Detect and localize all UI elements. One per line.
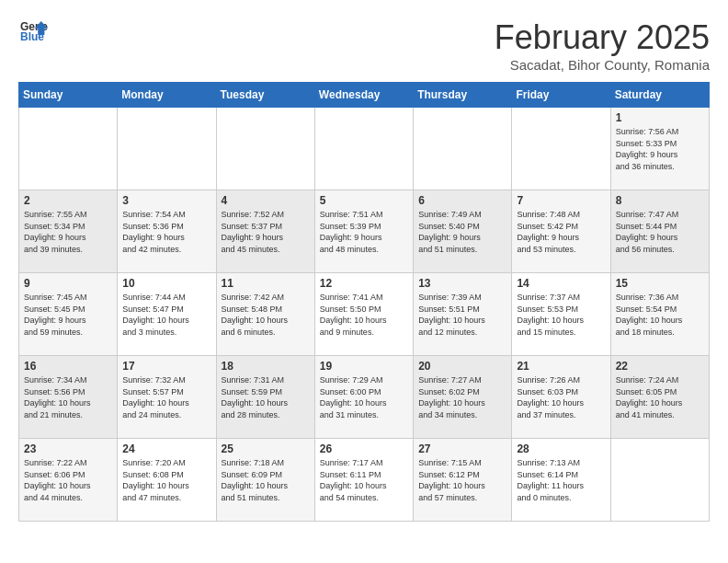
logo: General Blue xyxy=(18,18,48,50)
day-info: Sunrise: 7:15 AM Sunset: 6:12 PM Dayligh… xyxy=(418,457,506,503)
day-number: 23 xyxy=(24,442,112,455)
calendar-cell xyxy=(216,108,314,190)
header-row: Sunday Monday Tuesday Wednesday Thursday… xyxy=(19,83,710,108)
col-friday: Friday xyxy=(512,83,610,108)
day-number: 6 xyxy=(418,194,506,207)
col-wednesday: Wednesday xyxy=(314,83,413,108)
day-info: Sunrise: 7:29 AM Sunset: 6:00 PM Dayligh… xyxy=(320,374,408,420)
calendar-cell: 14Sunrise: 7:37 AM Sunset: 5:53 PM Dayli… xyxy=(512,273,610,356)
page-header: General Blue February 2025 Sacadat, Biho… xyxy=(18,18,710,73)
calendar-cell: 13Sunrise: 7:39 AM Sunset: 5:51 PM Dayli… xyxy=(414,273,512,356)
day-number: 7 xyxy=(517,194,605,207)
calendar-week-1: 1Sunrise: 7:56 AM Sunset: 5:33 PM Daylig… xyxy=(19,108,710,190)
day-info: Sunrise: 7:39 AM Sunset: 5:51 PM Dayligh… xyxy=(418,292,506,338)
calendar-cell: 27Sunrise: 7:15 AM Sunset: 6:12 PM Dayli… xyxy=(414,439,512,522)
calendar-cell: 8Sunrise: 7:47 AM Sunset: 5:44 PM Daylig… xyxy=(610,190,709,273)
day-number: 17 xyxy=(122,360,210,373)
calendar-body: 1Sunrise: 7:56 AM Sunset: 5:33 PM Daylig… xyxy=(19,108,710,522)
location: Sacadat, Bihor County, Romania xyxy=(495,57,710,73)
day-info: Sunrise: 7:24 AM Sunset: 6:05 PM Dayligh… xyxy=(616,374,704,420)
calendar-cell: 28Sunrise: 7:13 AM Sunset: 6:14 PM Dayli… xyxy=(512,439,610,522)
calendar-cell xyxy=(19,108,118,190)
calendar-week-2: 2Sunrise: 7:55 AM Sunset: 5:34 PM Daylig… xyxy=(19,190,710,273)
day-info: Sunrise: 7:45 AM Sunset: 5:45 PM Dayligh… xyxy=(24,292,112,338)
day-number: 3 xyxy=(122,194,210,207)
day-info: Sunrise: 7:42 AM Sunset: 5:48 PM Dayligh… xyxy=(222,292,310,338)
calendar-cell: 3Sunrise: 7:54 AM Sunset: 5:36 PM Daylig… xyxy=(118,190,216,273)
calendar-cell xyxy=(414,108,512,190)
calendar-cell: 5Sunrise: 7:51 AM Sunset: 5:39 PM Daylig… xyxy=(314,190,413,273)
day-info: Sunrise: 7:44 AM Sunset: 5:47 PM Dayligh… xyxy=(122,292,210,338)
day-number: 2 xyxy=(24,194,112,207)
calendar-cell: 21Sunrise: 7:26 AM Sunset: 6:03 PM Dayli… xyxy=(512,356,610,439)
calendar-cell: 19Sunrise: 7:29 AM Sunset: 6:00 PM Dayli… xyxy=(314,356,413,439)
calendar-cell: 7Sunrise: 7:48 AM Sunset: 5:42 PM Daylig… xyxy=(512,190,610,273)
col-saturday: Saturday xyxy=(610,83,709,108)
day-info: Sunrise: 7:20 AM Sunset: 6:08 PM Dayligh… xyxy=(122,457,210,503)
calendar-cell: 4Sunrise: 7:52 AM Sunset: 5:37 PM Daylig… xyxy=(216,190,314,273)
day-number: 8 xyxy=(616,194,704,207)
day-info: Sunrise: 7:31 AM Sunset: 5:59 PM Dayligh… xyxy=(222,374,310,420)
day-number: 13 xyxy=(418,277,506,290)
day-number: 22 xyxy=(616,360,704,373)
day-number: 25 xyxy=(222,442,310,455)
calendar-cell: 15Sunrise: 7:36 AM Sunset: 5:54 PM Dayli… xyxy=(610,273,709,356)
day-info: Sunrise: 7:49 AM Sunset: 5:40 PM Dayligh… xyxy=(418,209,506,255)
col-sunday: Sunday xyxy=(19,83,118,108)
day-number: 1 xyxy=(616,111,704,124)
title-block: February 2025 Sacadat, Bihor County, Rom… xyxy=(495,18,710,73)
calendar-cell: 24Sunrise: 7:20 AM Sunset: 6:08 PM Dayli… xyxy=(118,439,216,522)
calendar-cell: 16Sunrise: 7:34 AM Sunset: 5:56 PM Dayli… xyxy=(19,356,118,439)
calendar-cell: 17Sunrise: 7:32 AM Sunset: 5:57 PM Dayli… xyxy=(118,356,216,439)
calendar-cell: 25Sunrise: 7:18 AM Sunset: 6:09 PM Dayli… xyxy=(216,439,314,522)
day-info: Sunrise: 7:37 AM Sunset: 5:53 PM Dayligh… xyxy=(517,292,605,338)
day-number: 15 xyxy=(616,277,704,290)
day-info: Sunrise: 7:52 AM Sunset: 5:37 PM Dayligh… xyxy=(222,209,310,255)
day-info: Sunrise: 7:13 AM Sunset: 6:14 PM Dayligh… xyxy=(517,457,605,503)
calendar-cell: 12Sunrise: 7:41 AM Sunset: 5:50 PM Dayli… xyxy=(314,273,413,356)
logo-icon: General Blue xyxy=(20,18,48,46)
day-info: Sunrise: 7:41 AM Sunset: 5:50 PM Dayligh… xyxy=(320,292,408,338)
day-info: Sunrise: 7:27 AM Sunset: 6:02 PM Dayligh… xyxy=(418,374,506,420)
day-number: 28 xyxy=(517,442,605,455)
day-info: Sunrise: 7:34 AM Sunset: 5:56 PM Dayligh… xyxy=(24,374,112,420)
calendar-cell: 10Sunrise: 7:44 AM Sunset: 5:47 PM Dayli… xyxy=(118,273,216,356)
day-number: 26 xyxy=(320,442,408,455)
calendar-header: Sunday Monday Tuesday Wednesday Thursday… xyxy=(19,83,710,108)
day-info: Sunrise: 7:55 AM Sunset: 5:34 PM Dayligh… xyxy=(24,209,112,255)
day-number: 21 xyxy=(517,360,605,373)
day-number: 20 xyxy=(418,360,506,373)
day-number: 10 xyxy=(122,277,210,290)
day-info: Sunrise: 7:54 AM Sunset: 5:36 PM Dayligh… xyxy=(122,209,210,255)
day-number: 24 xyxy=(122,442,210,455)
calendar-cell xyxy=(314,108,413,190)
day-number: 4 xyxy=(222,194,310,207)
calendar-cell xyxy=(610,439,709,522)
day-info: Sunrise: 7:51 AM Sunset: 5:39 PM Dayligh… xyxy=(320,209,408,255)
calendar-table: Sunday Monday Tuesday Wednesday Thursday… xyxy=(18,82,710,522)
day-number: 9 xyxy=(24,277,112,290)
day-number: 14 xyxy=(517,277,605,290)
calendar-cell xyxy=(512,108,610,190)
calendar-cell: 20Sunrise: 7:27 AM Sunset: 6:02 PM Dayli… xyxy=(414,356,512,439)
day-info: Sunrise: 7:26 AM Sunset: 6:03 PM Dayligh… xyxy=(517,374,605,420)
day-info: Sunrise: 7:18 AM Sunset: 6:09 PM Dayligh… xyxy=(222,457,310,503)
day-info: Sunrise: 7:22 AM Sunset: 6:06 PM Dayligh… xyxy=(24,457,112,503)
day-info: Sunrise: 7:32 AM Sunset: 5:57 PM Dayligh… xyxy=(122,374,210,420)
day-number: 18 xyxy=(222,360,310,373)
day-info: Sunrise: 7:47 AM Sunset: 5:44 PM Dayligh… xyxy=(616,209,704,255)
calendar-cell: 2Sunrise: 7:55 AM Sunset: 5:34 PM Daylig… xyxy=(19,190,118,273)
calendar-cell xyxy=(118,108,216,190)
col-monday: Monday xyxy=(118,83,216,108)
day-info: Sunrise: 7:48 AM Sunset: 5:42 PM Dayligh… xyxy=(517,209,605,255)
day-number: 16 xyxy=(24,360,112,373)
day-number: 12 xyxy=(320,277,408,290)
day-number: 11 xyxy=(222,277,310,290)
day-number: 5 xyxy=(320,194,408,207)
calendar-week-4: 16Sunrise: 7:34 AM Sunset: 5:56 PM Dayli… xyxy=(19,356,710,439)
calendar-cell: 6Sunrise: 7:49 AM Sunset: 5:40 PM Daylig… xyxy=(414,190,512,273)
calendar-cell: 11Sunrise: 7:42 AM Sunset: 5:48 PM Dayli… xyxy=(216,273,314,356)
day-info: Sunrise: 7:17 AM Sunset: 6:11 PM Dayligh… xyxy=(320,457,408,503)
calendar-cell: 22Sunrise: 7:24 AM Sunset: 6:05 PM Dayli… xyxy=(610,356,709,439)
calendar-week-5: 23Sunrise: 7:22 AM Sunset: 6:06 PM Dayli… xyxy=(19,439,710,522)
